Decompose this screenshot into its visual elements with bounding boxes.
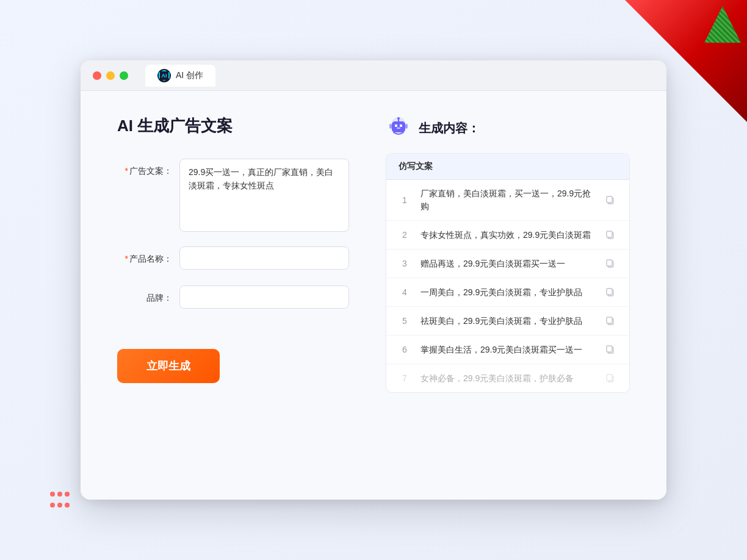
svg-rect-2 [395,124,397,127]
svg-point-6 [397,117,400,120]
svg-rect-16 [607,289,612,295]
row-number-1: 1 [399,195,411,205]
row-number-6: 6 [399,345,411,354]
traffic-light-green[interactable] [120,71,128,80]
svg-rect-22 [607,375,612,381]
copy-icon-6[interactable] [604,343,617,356]
browser-tab[interactable]: AI AI 创作 [145,65,215,87]
row-number-7: 7 [399,373,411,383]
row-text-3: 赠品再送，29.9元美白淡斑霜买一送一 [420,257,594,270]
table-row: 5 祛斑美白，29.9元美白淡斑霜，专业护肤品 [386,307,629,336]
svg-rect-1 [392,121,405,132]
dots-decoration [49,489,71,511]
row-text-1: 厂家直销，美白淡斑霜，买一送一，29.9元抢购 [420,187,594,213]
row-text-6: 掌握美白生活，29.9元美白淡斑霜买一送一 [420,343,594,356]
result-table: 仿写文案 1 厂家直销，美白淡斑霜，买一送一，29.9元抢购 2 专抹女性斑点，… [386,153,630,393]
copy-icon-7[interactable] [604,372,617,385]
product-name-input[interactable]: 美白淡斑霜 [179,246,349,270]
svg-rect-4 [397,127,400,129]
row-number-4: 4 [399,287,411,297]
row-text-2: 专抹女性斑点，真实功效，29.9元美白淡斑霜 [420,229,594,242]
svg-rect-18 [607,317,612,323]
copy-icon-2[interactable] [604,228,617,242]
page-title: AI 生成广告文案 [117,115,349,137]
tab-label: AI 创作 [176,70,203,81]
table-row: 6 掌握美白生活，29.9元美白淡斑霜买一送一 [386,336,629,364]
ad-copy-label: *广告文案： [117,159,172,183]
copy-icon-3[interactable] [604,257,617,270]
svg-rect-3 [400,124,402,127]
table-row: 2 专抹女性斑点，真实功效，29.9元美白淡斑霜 [386,221,629,249]
ad-copy-group: *广告文案： 29.9买一送一，真正的厂家直销，美白淡斑霜，专抹女性斑点 [117,159,349,232]
copy-icon-4[interactable] [604,285,617,299]
svg-rect-12 [607,231,612,237]
product-name-group: *产品名称： 美白淡斑霜 [117,246,349,271]
browser-content: AI 生成广告文案 *广告文案： 29.9买一送一，真正的厂家直销，美白淡斑霜，… [81,91,666,500]
traffic-lights [93,71,128,80]
svg-rect-8 [405,124,408,129]
product-name-label: *产品名称： [117,246,172,271]
table-header: 仿写文案 [386,154,629,180]
browser-window: AI AI 创作 AI 生成广告文案 *广告文案： 29.9买一送一，真正的厂家… [81,60,666,500]
svg-rect-20 [607,346,612,352]
traffic-light-red[interactable] [93,71,101,80]
robot-icon [386,115,411,141]
result-title: 生成内容： [419,120,480,137]
result-header: 生成内容： [386,115,630,141]
generate-button[interactable]: 立即生成 [117,349,220,383]
table-row: 4 一周美白，29.9元美白淡斑霜，专业护肤品 [386,278,629,307]
row-number-2: 2 [399,230,411,240]
traffic-light-yellow[interactable] [106,71,115,80]
table-row: 1 厂家直销，美白淡斑霜，买一送一，29.9元抢购 [386,180,629,221]
browser-titlebar: AI AI 创作 [81,60,666,91]
table-row-dimmed: 7 女神必备，29.9元美白淡斑霜，护肤必备 [386,364,629,392]
svg-rect-14 [607,260,612,266]
row-text-4: 一周美白，29.9元美白淡斑霜，专业护肤品 [420,286,594,299]
svg-rect-10 [607,196,612,203]
required-star-2: * [125,254,128,264]
svg-rect-7 [389,124,392,129]
brand-label: 品牌： [117,285,172,310]
ad-copy-input[interactable]: 29.9买一送一，真正的厂家直销，美白淡斑霜，专抹女性斑点 [179,159,349,232]
required-star-1: * [125,166,128,176]
brand-group: 品牌： 好白 [117,285,349,310]
right-panel: 生成内容： 仿写文案 1 厂家直销，美白淡斑霜，买一送一，29.9元抢购 2 [386,115,630,475]
row-text-5: 祛斑美白，29.9元美白淡斑霜，专业护肤品 [420,315,594,328]
copy-icon-5[interactable] [604,314,617,328]
table-row: 3 赠品再送，29.9元美白淡斑霜买一送一 [386,249,629,278]
copy-icon-1[interactable] [604,193,617,207]
left-panel: AI 生成广告文案 *广告文案： 29.9买一送一，真正的厂家直销，美白淡斑霜，… [117,115,349,475]
brand-input[interactable]: 好白 [179,285,349,309]
row-number-3: 3 [399,259,411,268]
ai-tab-icon: AI [157,69,171,82]
row-text-7: 女神必备，29.9元美白淡斑霜，护肤必备 [420,372,594,385]
row-number-5: 5 [399,316,411,326]
